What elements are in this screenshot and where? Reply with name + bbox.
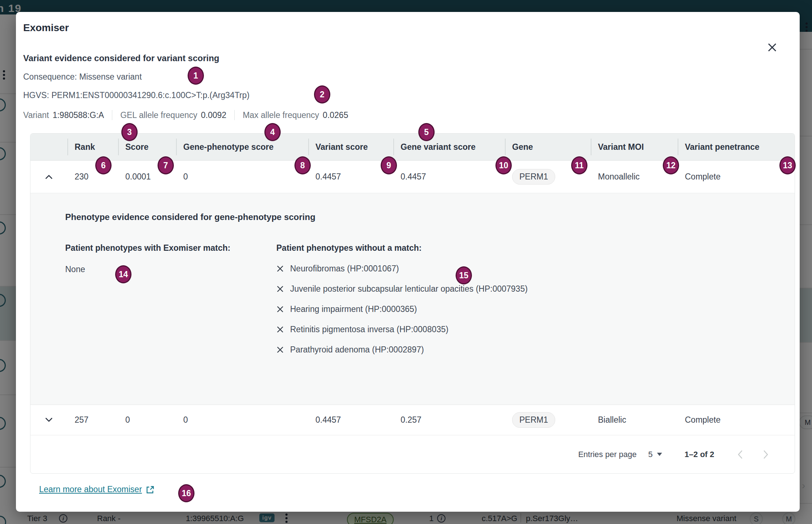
hgvs-value: PERM1:ENST00000341290.6:c.100C>T:p.(Arg3… (51, 90, 250, 100)
max-frequency-value: 0.0265 (323, 110, 348, 120)
close-button[interactable] (766, 41, 779, 54)
table-pagination: Entries per page 5 1–2 of 2 (30, 435, 795, 473)
consequence-label: Consequence: (23, 72, 77, 81)
phenotype-item: Hearing impairment (HP:0000365) (276, 304, 528, 314)
cell-score: 0 (118, 405, 176, 435)
annotation-badge-11: 11 (571, 156, 587, 174)
annotation-badge-16: 16 (178, 484, 194, 502)
pagination-range: 1–2 of 2 (685, 450, 714, 459)
exomiser-scores-table: Rank Score Gene-phenotype score Variant … (30, 133, 795, 474)
header-gene-phenotype-score: Gene-phenotype score (176, 134, 308, 160)
annotation-badge-3: 3 (121, 123, 138, 141)
variant-value: 1:980588:G:A (53, 110, 104, 120)
phenotypes-without-match-list: Neurofibromas (HP:0001067) Juvenile post… (276, 263, 528, 355)
annotation-badge-6: 6 (95, 156, 112, 174)
annotation-badge-12: 12 (663, 156, 679, 174)
phenotype-item: Parathyroid adenoma (HP:0002897) (276, 344, 528, 355)
external-link-icon (146, 485, 154, 494)
variant-evidence-heading: Variant evidence considered for variant … (23, 53, 792, 63)
table-header-row: Rank Score Gene-phenotype score Variant … (30, 134, 795, 161)
divider (234, 110, 235, 120)
annotation-badge-2: 2 (314, 85, 330, 103)
cell-variant-score: 0.4457 (308, 405, 393, 435)
annotation-badge-10: 10 (495, 156, 512, 174)
exomiser-dialog: Exomiser Variant evidence considered for… (16, 12, 800, 512)
phenotypes-with-match-heading: Patient phenotypes with Exomiser match: (65, 243, 276, 253)
hgvs-line: HGVS: PERM1:ENST00000341290.6:c.100C>T:p… (23, 90, 792, 100)
variant-label: Variant (23, 110, 49, 120)
cell-gene-phenotype-score: 0 (176, 161, 308, 193)
collapse-row-button[interactable] (30, 161, 67, 193)
entries-per-page-select[interactable]: 5 (648, 450, 662, 459)
entries-per-page-label: Entries per page (578, 450, 636, 459)
cell-variant-moi: Biallelic (591, 405, 678, 435)
entries-per-page-value: 5 (648, 450, 653, 459)
phenotype-item-label: Hearing impairment (HP:0000365) (290, 304, 417, 314)
learn-more-link[interactable]: Learn more about Exomiser (39, 485, 154, 494)
chevron-down-icon (45, 418, 53, 422)
header-variant-moi: Variant MOI (591, 134, 678, 160)
x-mark-icon (276, 285, 284, 293)
phenotype-item: Juvenile posterior subcapsular lenticula… (276, 283, 528, 294)
header-gene-variant-score: Gene variant score (393, 134, 505, 160)
annotation-badge-8: 8 (294, 156, 311, 174)
phenotypes-with-match-value: None (65, 265, 276, 274)
phenotype-item: Retinitis pigmentosa inversa (HP:0008035… (276, 324, 528, 335)
phenotype-evidence-panel: Phenotype evidence considered for gene-p… (30, 193, 795, 405)
annotation-badge-9: 9 (381, 156, 397, 174)
gel-frequency-value: 0.0092 (201, 110, 226, 120)
max-frequency-label: Max allele frequency (243, 110, 319, 120)
learn-more-label: Learn more about Exomiser (39, 485, 142, 494)
table-row: 230 0.0001 0 0.4457 0.4457 PERM1 Monoall… (30, 161, 795, 193)
dialog-title: Exomiser (23, 22, 792, 34)
x-mark-icon (276, 326, 284, 333)
annotation-badge-4: 4 (264, 123, 281, 141)
header-variant-score: Variant score (308, 134, 393, 160)
divider (112, 110, 112, 120)
cell-variant-penetrance: Complete (678, 405, 795, 435)
next-page-button[interactable] (763, 450, 769, 459)
caret-down-icon (657, 453, 662, 456)
phenotype-item: Neurofibromas (HP:0001067) (276, 263, 528, 274)
phenotypes-without-match-heading: Patient phenotypes without a match: (276, 243, 528, 253)
annotation-badge-15: 15 (456, 266, 472, 284)
x-mark-icon (276, 305, 284, 313)
cell-rank: 257 (67, 405, 118, 435)
annotation-badge-5: 5 (418, 123, 435, 141)
x-mark-icon (276, 265, 284, 272)
gel-frequency-label: GEL allele frequency (120, 110, 197, 120)
consequence-value: Missense variant (79, 72, 142, 81)
table-row: 257 0 0 0.4457 0.257 PERM1 Biallelic Com… (30, 405, 795, 435)
gene-chip[interactable]: PERM1 (512, 169, 555, 185)
header-rank: Rank (67, 134, 118, 160)
phenotype-item-label: Parathyroid adenoma (HP:0002897) (290, 345, 424, 355)
consequence-line: Consequence: Missense variant (23, 72, 792, 82)
header-variant-penetrance: Variant penetrance (678, 134, 795, 160)
annotation-badge-7: 7 (158, 156, 174, 174)
annotation-badge-14: 14 (115, 265, 131, 283)
phenotype-item-label: Retinitis pigmentosa inversa (HP:0008035… (290, 325, 448, 334)
hgvs-label: HGVS: (23, 90, 49, 100)
phenotype-item-label: Juvenile posterior subcapsular lenticula… (290, 284, 528, 294)
previous-page-button[interactable] (737, 450, 742, 459)
cell-variant-penetrance: Complete (678, 161, 795, 193)
cell-gene-variant-score: 0.4457 (393, 161, 505, 193)
phenotype-evidence-heading: Phenotype evidence considered for gene-p… (65, 212, 795, 222)
annotation-badge-13: 13 (779, 156, 796, 174)
close-icon (767, 42, 778, 53)
annotation-badge-1: 1 (188, 67, 204, 85)
cell-gene-phenotype-score: 0 (176, 405, 308, 435)
header-expander-column (30, 134, 67, 160)
variant-meta-line: Variant 1:980588:G:A GEL allele frequenc… (23, 110, 792, 120)
expand-row-button[interactable] (30, 405, 67, 435)
phenotype-item-label: Neurofibromas (HP:0001067) (290, 264, 399, 274)
x-mark-icon (276, 346, 284, 354)
chevron-up-icon (45, 174, 53, 179)
gene-chip[interactable]: PERM1 (512, 412, 555, 428)
cell-gene-variant-score: 0.257 (393, 405, 505, 435)
